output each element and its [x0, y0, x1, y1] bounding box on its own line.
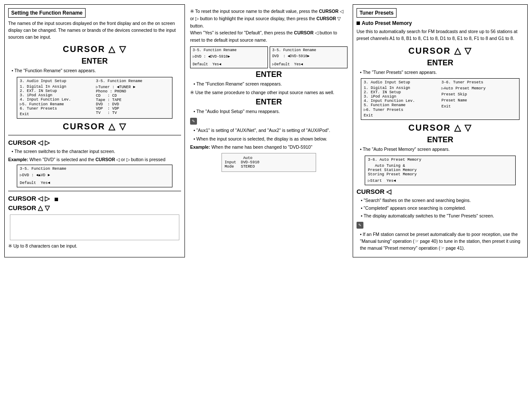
left-body-text: The names of the input sources displayed…: [8, 20, 181, 40]
left-cursor4: CURSOR ◁ ▷: [8, 195, 50, 202]
middle-note2: When the input source is selected, the d…: [194, 136, 347, 143]
middle-asterisk1: ※ To reset the input source name to the …: [190, 8, 347, 44]
right-bullet-r3-1: "Search" flashes on the screen and searc…: [361, 197, 524, 204]
left-screen1-col2: 3-5. Function Rename ▷Tuner : ◄TUNER ► P…: [96, 79, 169, 116]
right-bullet2: The "Auto Preset Memory" screen appears.: [360, 146, 524, 153]
right-panel: Tuner Presets Auto Preset Memory Use thi…: [353, 4, 528, 257]
middle-enter3: ENTER: [190, 98, 347, 107]
left-bullet3: The screen switches to the character inp…: [12, 148, 181, 155]
square-indicator: [55, 198, 58, 201]
left-screen2: 3-5. Function Rename ▷DVD : ◄▲VD ► Defau…: [17, 165, 172, 187]
left-divider2: [8, 191, 181, 191]
middle-screen-left: 3-5. Function Rename ▷DVD : ◄DVD-5910► D…: [190, 46, 268, 68]
left-bullet1: The "Function Rename" screen appears.: [12, 67, 181, 74]
right-enter2: ENTER: [357, 135, 524, 144]
left-cursor3: CURSOR ◁ ▷: [8, 139, 50, 146]
left-cursor5: CURSOR △ ▽: [8, 204, 50, 211]
right-auto-preset-title: Auto Preset Memory: [357, 20, 524, 26]
right-screen1-col2: 3-6. Tuner Presets ▷Auto Preset Memory P…: [442, 80, 517, 118]
middle-note-row: ✎: [190, 118, 347, 125]
left-cursor1: CURSOR △ ▽: [8, 44, 181, 54]
right-note-icon: ✎: [357, 222, 363, 229]
middle-bullet-enter2: The "Function Rename" screen reappears.: [194, 81, 347, 88]
right-bullet-r3-2: "Completed" appears once searching is co…: [361, 205, 524, 212]
left-enter1: ENTER: [8, 57, 181, 66]
left-example-label: Example: When "DVD" is selected and the …: [8, 157, 181, 162]
right-cursor1: CURSOR △ ▽: [357, 46, 524, 56]
left-example-text: When "DVD" is selected and the CURSOR ◁ …: [30, 157, 166, 162]
square-bullet-icon: [357, 21, 360, 25]
right-screen2: 3-6. Auto Preset Memory Auto Tuning & Pr…: [365, 156, 515, 185]
main-layout: Setting the Function Rename The names of…: [4, 4, 528, 257]
right-section-title: Tuner Presets: [357, 8, 397, 18]
middle-screen-pair: 3-5. Function Rename ▷DVD : ◄DVD-5910► D…: [190, 46, 347, 68]
left-divider1: [8, 135, 181, 135]
left-cursor2: CURSOR △ ▽: [8, 121, 181, 132]
left-panel: Setting the Function Rename The names of…: [4, 4, 185, 257]
left-note-footer: ※ Up to 8 characters can be input.: [8, 243, 181, 250]
right-bullet-r3-3: The display automatically switches to th…: [361, 213, 524, 220]
middle-note1: "Aux1" is setting of "AUX/Net", and "Aux…: [194, 127, 347, 134]
middle-screen-right: 3-5. Function Rename DVD : ◄DVD-5910► ▷D…: [270, 46, 347, 68]
right-enter1: ENTER: [357, 58, 524, 67]
middle-asterisk2: ※ Use the same procedure to change other…: [190, 89, 347, 96]
right-cursor2: CURSOR △ ▽: [357, 122, 524, 133]
right-note-row: ✎: [357, 222, 524, 229]
left-section-title: Setting the Function Rename: [8, 8, 86, 18]
middle-bullet-enter3: The "Audio Input Setup" menu reappears.: [194, 108, 347, 115]
middle-example2-screen: Auto Input DVD-5910 Mode STEREO: [221, 153, 316, 172]
right-note1: If an FM station cannot be preset automa…: [360, 231, 524, 251]
middle-note-icon: ✎: [190, 118, 197, 125]
left-char-input-area: [10, 214, 179, 240]
middle-example2-label: Example: When the name has been changed …: [190, 144, 347, 150]
right-bullet1: The "Tuner Presets" screen appears.: [360, 69, 524, 76]
right-screen1-col1: 3. Audio Input Setup 1. Digital In Assig…: [364, 80, 439, 118]
middle-enter2: ENTER: [190, 70, 347, 79]
auto-preset-title-text: Auto Preset Memory: [362, 20, 412, 26]
left-screen1: 3. Audio Input Setup 1. Digital In Assig…: [17, 77, 172, 119]
right-cursor3: CURSOR ◁: [357, 188, 391, 195]
middle-panel: ※ To reset the input source name to the …: [185, 4, 353, 257]
right-auto-preset-body: Use this to automatically search for FM …: [357, 28, 524, 42]
middle-example2-text: When the name has been changed to "DVD-5…: [212, 144, 313, 150]
left-screen1-col1: 3. Audio Input Setup 1. Digital In Assig…: [20, 79, 93, 116]
right-screen1: 3. Audio Input Setup 1. Digital In Assig…: [361, 78, 520, 120]
